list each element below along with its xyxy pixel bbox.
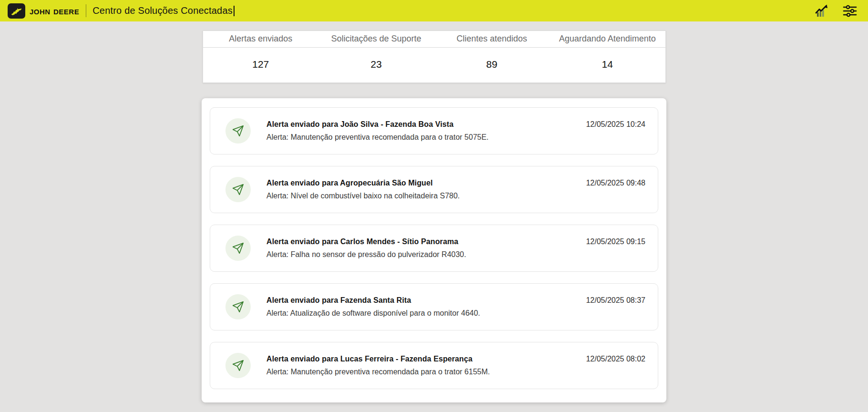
alert-description: Alerta: Manutenção preventiva recomendad… xyxy=(266,368,645,376)
alert-content: Alerta enviado para João Silva - Fazenda… xyxy=(266,120,645,142)
paper-plane-icon xyxy=(232,300,245,313)
alert-description: Alerta: Atualização de software disponív… xyxy=(266,309,645,318)
alert-card[interactable]: Alerta enviado para Fazenda Santa Rita 1… xyxy=(210,283,658,330)
topbar: John Deere Centro de Soluções Conectadas xyxy=(0,0,868,21)
alert-icon-circle xyxy=(225,118,251,144)
statistics-button[interactable] xyxy=(813,3,831,19)
alert-timestamp: 12/05/2025 10:24 xyxy=(576,120,645,129)
stat-value-solicitacoes-suporte: 23 xyxy=(318,59,434,70)
alert-content: Alerta enviado para Fazenda Santa Rita 1… xyxy=(266,296,645,318)
stat-label-alertas-enviados: Alertas enviados xyxy=(203,34,319,44)
stats-header-row: Alertas enviados Solicitações de Suporte… xyxy=(203,31,665,48)
stats-panel: Alertas enviados Solicitações de Suporte… xyxy=(203,31,666,83)
alerts-panel: Alerta enviado para João Silva - Fazenda… xyxy=(202,98,666,402)
alert-description: Alerta: Nível de combustível baixo na co… xyxy=(266,192,645,200)
alert-description: Alerta: Manutenção preventiva recomendad… xyxy=(266,133,645,142)
alert-timestamp: 12/05/2025 09:48 xyxy=(576,179,645,187)
text-caret xyxy=(234,6,235,16)
stat-value-clientes-atendidos: 89 xyxy=(434,59,550,70)
filters-button[interactable] xyxy=(842,4,858,18)
alert-title: Alerta enviado para Agropecuária São Mig… xyxy=(266,179,433,187)
alert-icon-circle xyxy=(225,353,251,378)
alert-title: Alerta enviado para João Silva - Fazenda… xyxy=(266,120,453,129)
alert-title: Alerta enviado para Lucas Ferreira - Faz… xyxy=(266,355,472,363)
brand-name: John Deere xyxy=(30,5,79,17)
alert-timestamp: 12/05/2025 09:15 xyxy=(576,237,645,246)
alert-content: Alerta enviado para Lucas Ferreira - Faz… xyxy=(266,355,645,376)
alert-title: Alerta enviado para Fazenda Santa Rita xyxy=(266,296,411,305)
stat-label-aguardando-atendimento: Aguardando Atendimento xyxy=(550,34,665,44)
alert-card[interactable]: Alerta enviado para João Silva - Fazenda… xyxy=(210,107,658,154)
john-deere-logo[interactable] xyxy=(8,3,25,19)
alert-content: Alerta enviado para Agropecuária São Mig… xyxy=(266,179,645,200)
alert-card[interactable]: Alerta enviado para Agropecuária São Mig… xyxy=(210,166,658,213)
paper-plane-icon xyxy=(232,242,245,255)
paper-plane-icon xyxy=(232,124,245,137)
alert-title: Alerta enviado para Carlos Mendes - Síti… xyxy=(266,237,458,246)
stats-values-row: 127 23 89 14 xyxy=(203,48,665,82)
stat-value-alertas-enviados: 127 xyxy=(203,59,319,70)
paper-plane-icon xyxy=(232,183,245,196)
alert-icon-circle xyxy=(225,294,251,319)
stat-value-aguardando-atendimento: 14 xyxy=(550,59,665,70)
alert-card[interactable]: Alerta enviado para Carlos Mendes - Síti… xyxy=(210,225,658,272)
stat-label-solicitacoes-suporte: Solicitações de Suporte xyxy=(318,34,434,44)
alert-timestamp: 12/05/2025 08:37 xyxy=(576,296,645,305)
topbar-divider xyxy=(86,4,86,17)
alert-content: Alerta enviado para Carlos Mendes - Síti… xyxy=(266,237,645,259)
chart-trending-up-icon xyxy=(813,3,831,19)
alert-icon-circle xyxy=(225,177,251,202)
page-title[interactable]: Centro de Soluções Conectadas xyxy=(92,5,235,16)
stat-label-clientes-atendidos: Clientes atendidos xyxy=(434,34,550,44)
leaping-deer-icon xyxy=(10,6,23,16)
sliders-icon xyxy=(842,4,858,18)
alert-description: Alerta: Falha no sensor de pressão do pu… xyxy=(266,250,645,259)
alert-icon-circle xyxy=(225,236,251,261)
paper-plane-icon xyxy=(232,359,245,372)
alert-card[interactable]: Alerta enviado para Lucas Ferreira - Faz… xyxy=(210,342,658,389)
alert-timestamp: 12/05/2025 08:02 xyxy=(576,355,645,363)
topbar-actions xyxy=(813,3,860,19)
